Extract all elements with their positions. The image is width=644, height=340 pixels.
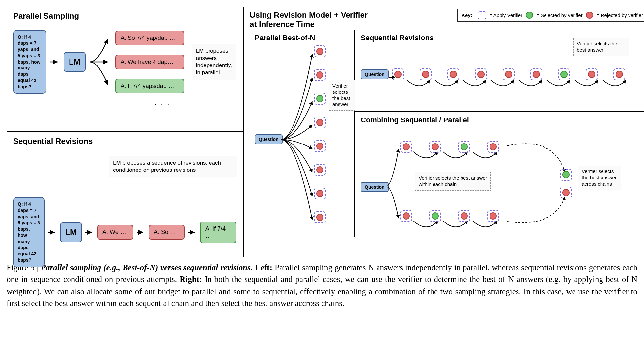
rejected-dot-icon — [432, 143, 439, 150]
rejected-dot-icon — [316, 214, 323, 221]
rejected-dot-icon — [562, 189, 570, 196]
seq-chain-row: Question — [361, 68, 640, 80]
figure-5: Parallel Sampling Q: If 4 daps = 7 yaps,… — [7, 7, 637, 309]
rejected-dot-icon — [403, 212, 410, 220]
legend-key: Key: = Apply Verifier = Selected by veri… — [457, 9, 644, 22]
rejected-dot-icon — [316, 143, 323, 150]
verified-node — [560, 169, 572, 181]
panel-sequential-revisions: Sequential Revisions LM proposes a seque… — [7, 132, 243, 257]
verified-node — [400, 210, 412, 222]
key-label: Key: — [462, 13, 472, 18]
subtitle-parallel-bestofn: Parallel Best-of-N — [255, 34, 348, 42]
note-verifier-parallel: Verifier selects the best answer — [329, 80, 355, 111]
selected-dot-icon — [562, 171, 570, 178]
verified-node — [487, 141, 499, 153]
note-sequential: LM proposes a sequence of revisions, eac… — [109, 156, 237, 177]
key-rejected-text: = Rejected by verifier — [597, 13, 643, 18]
panel-parallel-bestofn: Parallel Best-of-N Question — [249, 30, 354, 240]
verified-node — [314, 117, 326, 128]
arrow-icon — [50, 59, 60, 65]
chain-1 — [400, 141, 499, 153]
right-inner-grid: Parallel Best-of-N Question — [249, 30, 644, 240]
arrow-icon — [85, 229, 94, 236]
selected-dot-icon — [316, 95, 323, 102]
answer-rejected: A: We … — [97, 225, 133, 240]
lm-box: LM — [64, 52, 86, 72]
hop-arrows-icon — [389, 73, 639, 93]
parallel-dots-col — [314, 45, 326, 223]
verified-node — [458, 141, 470, 153]
parallel-row: Q: If 4 daps = 7 yaps, and 5 yaps = 3 ba… — [13, 29, 236, 95]
verified-node — [314, 211, 326, 223]
question-chip: Question — [361, 69, 389, 79]
question-chip: Question — [361, 182, 389, 192]
panel-parallel-sampling: Parallel Sampling Q: If 4 daps = 7 yaps,… — [7, 7, 243, 132]
question-chip: Question — [255, 134, 283, 144]
verified-node — [314, 140, 326, 152]
sequential-row: Q: If 4 daps = 7 yaps, and 5 yaps = 3 ba… — [13, 197, 236, 267]
rejected-dot-icon — [403, 143, 410, 150]
verified-node — [314, 164, 326, 176]
verifier-box-icon — [478, 11, 486, 19]
figure-grid: Parallel Sampling Q: If 4 daps = 7 yaps,… — [7, 7, 637, 257]
caption-right-label: Right: — [180, 275, 202, 284]
right-main-title: Using Revision Model + Verifier at Infer… — [250, 11, 368, 29]
rejected-dot-icon — [461, 212, 468, 220]
answer-rejected: A: We have 4 dap… — [115, 55, 184, 69]
verified-node — [429, 141, 441, 153]
rejected-dot-icon — [490, 212, 497, 220]
arrow-icon — [48, 229, 57, 236]
lm-box: LM — [60, 222, 82, 242]
rejected-dot-icon — [316, 190, 323, 197]
section-title-parallel: Parallel Sampling — [13, 12, 236, 21]
question-box: Q: If 4 daps = 7 yaps, and 5 yaps = 3 ba… — [13, 30, 46, 94]
verified-node — [314, 45, 326, 57]
verified-node — [560, 187, 572, 198]
rejected-dot-icon — [316, 71, 323, 79]
panel-combining: Combining Sequential / Parallel Question — [355, 112, 644, 237]
verified-node — [314, 69, 326, 81]
verified-node — [487, 210, 499, 222]
answer-selected: A: If 7/4 … — [200, 222, 236, 243]
verified-node — [429, 210, 441, 222]
verified-node — [458, 210, 470, 222]
verified-node — [400, 141, 412, 153]
answer-rejected: A: So 7/4 yap/dap … — [115, 31, 184, 45]
final-selection — [560, 169, 572, 198]
question-box: Q: If 4 daps = 7 yaps, and 5 yaps = 3 ba… — [13, 197, 45, 267]
answer-rejected: A: So … — [149, 225, 185, 240]
selected-dot-icon — [526, 12, 533, 19]
left-column: Parallel Sampling Q: If 4 daps = 7 yaps,… — [7, 7, 244, 257]
figure-caption: Figure 5 | Parallel sampling (e.g., Best… — [7, 262, 637, 309]
rejected-dot-icon — [316, 119, 323, 126]
key-verifier-text: = Apply Verifier — [490, 13, 522, 18]
note-within-chain: Verifier selects the best answer within … — [415, 172, 491, 191]
rejected-dot-icon — [586, 12, 593, 19]
note-verifier-sequential: Verifier selects the best answer — [573, 38, 629, 56]
section-title-sequential: Sequential Revisions — [13, 137, 236, 146]
branch-arrows-icon — [88, 29, 111, 95]
panel-seq-revisions-right: Sequential Revisions Verifier selects th… — [355, 30, 644, 112]
selected-dot-icon — [432, 212, 439, 220]
answer-selected: A: If 7/4 yaps/dap … — [115, 79, 184, 93]
key-selected-text: = Selected by verifier — [536, 13, 583, 18]
rejected-dot-icon — [316, 166, 323, 173]
fan-arrows-icon — [279, 48, 319, 232]
verified-node — [314, 93, 326, 105]
answers-column: A: So 7/4 yap/dap … A: We have 4 dap… A:… — [115, 31, 184, 93]
right-sub-column: Sequential Revisions Verifier selects th… — [354, 30, 644, 237]
rejected-dot-icon — [490, 143, 497, 150]
caption-left-label: Left: — [255, 263, 272, 272]
arrow-icon — [188, 229, 197, 236]
arrow-icon — [137, 229, 145, 236]
ellipsis-icon: . . . — [89, 98, 236, 107]
chain-2 — [400, 210, 499, 222]
selected-dot-icon — [461, 143, 468, 150]
rejected-dot-icon — [316, 48, 323, 55]
right-column: Using Revision Model + Verifier at Infer… — [244, 7, 644, 257]
verified-node — [314, 188, 326, 199]
note-across-chains: Verifier selects the best answer across … — [578, 166, 621, 190]
seq-chain-nodes — [392, 68, 625, 80]
note-parallel: LM proposes answers independently, in pa… — [192, 44, 236, 80]
subtitle-combining: Combining Sequential / Parallel — [361, 116, 640, 124]
